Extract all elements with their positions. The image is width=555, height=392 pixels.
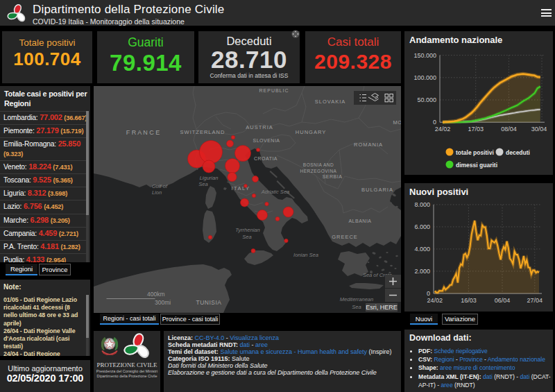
svg-text:2.000: 2.000: [414, 268, 430, 275]
svg-text:Sea: Sea: [352, 304, 361, 310]
svg-text:17/03: 17/03: [468, 126, 484, 133]
svg-text:Mediterranean: Mediterranean: [340, 296, 373, 302]
svg-text:Ionian Sea: Ionian Sea: [293, 252, 318, 258]
svg-text:0: 0: [427, 290, 430, 297]
svg-text:150.000: 150.000: [413, 52, 436, 59]
svg-text:08/04: 08/04: [501, 126, 517, 133]
svg-text:SLOVAKIA: SLOVAKIA: [315, 99, 346, 105]
svg-text:MO: MO: [393, 119, 401, 126]
svg-text:BOSNIA AND: BOSNIA AND: [303, 162, 334, 167]
svg-text:16/03: 16/03: [461, 297, 477, 304]
svg-text:F R A N C E: F R A N C E: [126, 129, 160, 136]
svg-text:Gulf of: Gulf of: [152, 183, 168, 189]
svg-text:30/04: 30/04: [531, 126, 547, 133]
svg-text:Esri, HERE: Esri, HERE: [366, 304, 398, 311]
svg-text:SWITZERLAND: SWITZERLAND: [180, 129, 225, 135]
svg-text:06/04: 06/04: [495, 297, 511, 304]
svg-text:GREECE: GREECE: [332, 234, 358, 240]
svg-text:Tyrrhenian: Tyrrhenian: [235, 227, 259, 233]
svg-text:Sea: Sea: [198, 181, 207, 187]
svg-text:totale positivi: totale positivi: [456, 149, 494, 156]
svg-text:Adriatic Sea: Adriatic Sea: [261, 189, 289, 195]
svg-text:24/02: 24/02: [427, 297, 443, 304]
svg-text:8.000: 8.000: [414, 201, 430, 208]
svg-text:Lion: Lion: [152, 189, 162, 196]
svg-text:ROMANIA: ROMANIA: [354, 142, 383, 148]
svg-text:100.000: 100.000: [413, 74, 436, 81]
svg-text:400km: 400km: [147, 291, 165, 298]
svg-text:TUNISIA: TUNISIA: [196, 299, 221, 306]
svg-text:SERBIA: SERBIA: [323, 174, 343, 179]
svg-text:dimessi guariti: dimessi guariti: [456, 162, 497, 169]
svg-text:4.000: 4.000: [414, 246, 430, 253]
svg-text:ALBANIA: ALBANIA: [348, 219, 371, 223]
svg-text:Ligurian: Ligurian: [200, 175, 219, 181]
svg-text:HUNGARY: HUNGARY: [296, 129, 326, 135]
svg-text:AUSTRIA: AUSTRIA: [246, 124, 273, 130]
svg-text:REPUBLIC: REPUBLIC: [259, 88, 289, 93]
svg-text:6.000: 6.000: [414, 223, 430, 230]
svg-text:BULGARIA: BULGARIA: [361, 187, 393, 193]
svg-text:50.000: 50.000: [417, 96, 436, 103]
svg-text:Sea: Sea: [242, 234, 251, 240]
svg-text:24/02: 24/02: [435, 126, 451, 133]
svg-text:deceduti: deceduti: [506, 149, 530, 156]
svg-text:SLOVENIA: SLOVENIA: [253, 138, 280, 143]
svg-text:0: 0: [433, 119, 436, 126]
svg-text:HERZEGOVINA: HERZEGOVINA: [300, 169, 337, 173]
svg-text:300mi: 300mi: [155, 299, 171, 306]
svg-text:CROATIA: CROATIA: [254, 156, 278, 161]
svg-text:27/04: 27/04: [527, 297, 543, 304]
